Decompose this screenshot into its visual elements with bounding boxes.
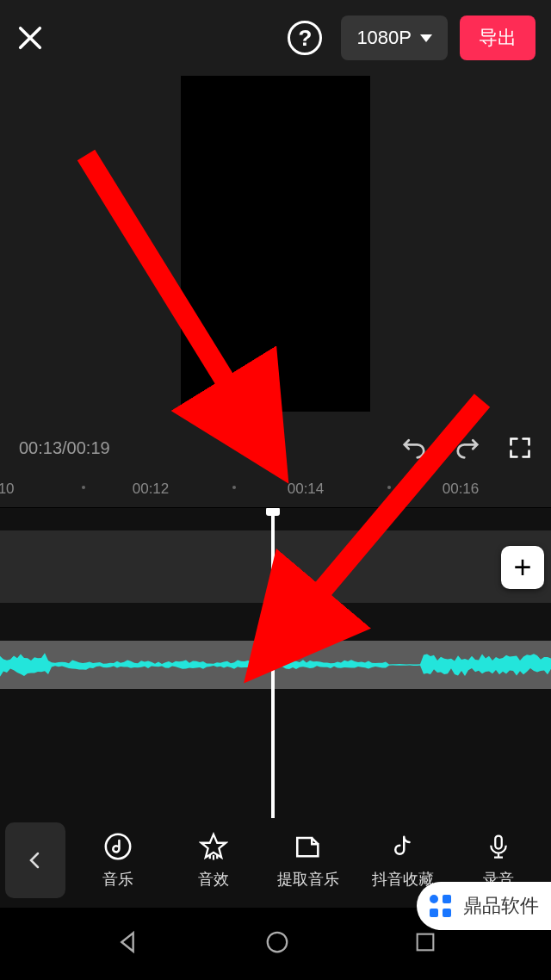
nav-recents-icon[interactable] xyxy=(413,930,437,958)
dropdown-icon xyxy=(420,34,432,42)
watermark-text: 鼎品软件 xyxy=(463,893,539,919)
close-icon[interactable] xyxy=(15,23,45,53)
tool-sfx[interactable]: 音效 xyxy=(172,831,255,890)
svg-rect-3 xyxy=(418,934,434,951)
sfx-icon xyxy=(199,831,228,862)
fullscreen-button[interactable] xyxy=(508,435,532,461)
export-button[interactable]: 导出 xyxy=(460,16,536,60)
music-icon xyxy=(103,831,133,862)
nav-home-icon[interactable] xyxy=(264,929,290,958)
video-track[interactable] xyxy=(0,530,551,603)
plus-icon: + xyxy=(513,549,531,586)
audio-track[interactable] xyxy=(0,641,551,689)
tool-label: 音乐 xyxy=(102,869,133,890)
douyin-icon xyxy=(390,831,416,862)
svg-rect-1 xyxy=(495,836,502,849)
ruler-tick xyxy=(232,486,236,489)
nav-back-icon[interactable] xyxy=(114,928,141,959)
add-clip-button[interactable]: + xyxy=(501,546,544,589)
tool-music[interactable]: 音乐 xyxy=(77,831,159,890)
watermark-logo-icon xyxy=(425,890,456,921)
toolbar-back-button[interactable] xyxy=(5,822,65,898)
ruler-tick xyxy=(387,486,391,489)
svg-rect-6 xyxy=(430,909,438,917)
timeline-ruler[interactable]: 0:1000:1200:1400:16 xyxy=(0,474,551,508)
svg-point-4 xyxy=(430,895,438,903)
time-display: 00:13/00:19 xyxy=(19,438,110,458)
video-preview[interactable] xyxy=(0,76,551,422)
svg-rect-7 xyxy=(443,909,451,917)
svg-rect-5 xyxy=(443,895,451,903)
tool-label: 提取音乐 xyxy=(277,869,339,890)
ruler-tick xyxy=(82,486,85,489)
export-label: 导出 xyxy=(479,25,517,51)
tool-extract[interactable]: 提取音乐 xyxy=(267,831,350,890)
playhead[interactable] xyxy=(271,508,275,818)
help-glyph: ? xyxy=(298,25,312,52)
play-button[interactable] xyxy=(263,436,288,460)
tool-douyin[interactable]: 抖音收藏 xyxy=(362,831,444,890)
player-controls: 00:13/00:19 xyxy=(0,422,551,474)
ruler-label: 00:16 xyxy=(443,481,480,498)
tool-label: 音效 xyxy=(198,869,229,890)
record-icon xyxy=(486,831,511,862)
top-bar: ? 1080P 导出 xyxy=(0,0,551,76)
help-icon[interactable]: ? xyxy=(288,21,322,55)
timeline[interactable]: + xyxy=(0,508,551,818)
audio-waveform xyxy=(0,649,551,680)
ruler-label: 00:14 xyxy=(288,481,325,498)
tool-record[interactable]: 录音 xyxy=(457,831,540,890)
ruler-label: 00:12 xyxy=(133,481,170,498)
svg-point-2 xyxy=(268,933,288,952)
ruler-label: 0:10 xyxy=(0,481,15,498)
extract-icon xyxy=(294,831,323,862)
resolution-label: 1080P xyxy=(356,27,412,49)
video-frame xyxy=(181,76,370,412)
redo-button[interactable] xyxy=(455,435,480,461)
undo-button[interactable] xyxy=(401,435,427,461)
resolution-selector[interactable]: 1080P xyxy=(341,16,448,60)
watermark-badge: 鼎品软件 xyxy=(417,882,551,930)
